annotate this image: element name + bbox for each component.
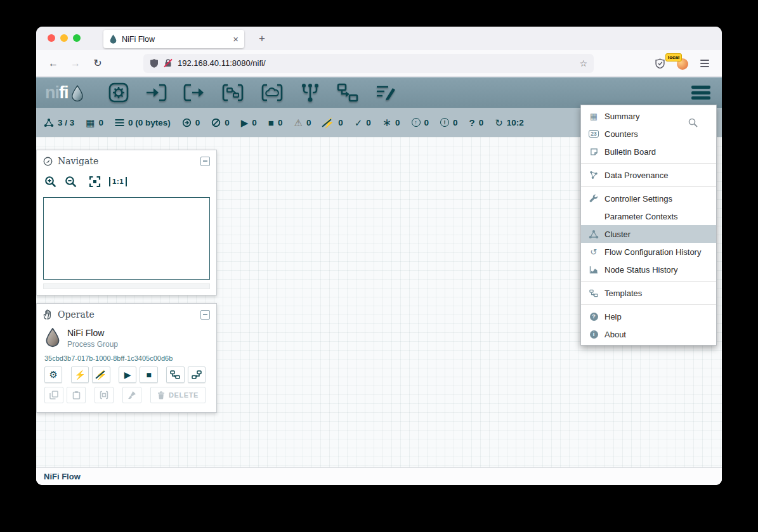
zoom-fit-button[interactable] — [89, 176, 101, 188]
menu-item-bulletin-board[interactable]: Bulletin Board — [581, 143, 716, 160]
enable-button[interactable]: ⚡ — [71, 367, 89, 383]
output-port-icon[interactable] — [183, 83, 205, 102]
menu-item-flow-configuration-history[interactable]: ↺Flow Configuration History — [581, 243, 716, 261]
refresh-icon[interactable]: ↻ — [495, 118, 503, 127]
invalid-components-status: ⚠0 — [294, 118, 311, 127]
process-group-icon[interactable] — [221, 83, 244, 102]
operate-selection: NiFi Flow Process Group — [37, 325, 216, 349]
trash-icon — [157, 391, 165, 399]
tab-close-icon[interactable]: × — [233, 34, 239, 44]
profile-avatar[interactable]: local — [675, 56, 689, 70]
gear-icon: ⚙ — [49, 369, 57, 380]
global-menu-button[interactable] — [689, 82, 713, 103]
nifi-drop-icon — [70, 85, 84, 103]
menu-item-about[interactable]: iAbout — [581, 325, 716, 343]
menu-item-templates[interactable]: Templates — [581, 284, 716, 302]
input-port-icon[interactable] — [145, 83, 167, 102]
birdseye-minimap[interactable] — [43, 197, 210, 280]
menu-divider — [581, 163, 716, 164]
invalid-components-count: 0 — [306, 118, 311, 127]
template-icon[interactable] — [337, 83, 358, 102]
nifi-favicon-icon — [109, 34, 117, 44]
forward-button[interactable]: → — [67, 55, 84, 72]
privacy-shield-icon[interactable] — [655, 58, 665, 68]
processor-icon[interactable] — [108, 82, 129, 103]
navigate-compass-icon — [43, 157, 53, 166]
locally-modified-stale-versioned-status: !0 — [440, 118, 458, 127]
new-tab-button[interactable]: + — [254, 31, 270, 46]
browser-tab[interactable]: NiFi Flow × — [103, 30, 244, 48]
menu-item-label: Data Provenance — [604, 171, 668, 180]
create-template-button[interactable] — [166, 367, 184, 383]
browser-menu-button[interactable] — [699, 55, 710, 72]
zoom-window-button[interactable] — [73, 34, 81, 42]
invalid-icon: ⚠ — [294, 118, 302, 127]
configure-button[interactable]: ⚙ — [44, 367, 62, 383]
stale-versioned-status: ↑0 — [412, 118, 429, 127]
search-icon[interactable] — [688, 118, 698, 130]
start-button[interactable]: ▶ — [119, 367, 136, 383]
bookmark-star-icon[interactable]: ☆ — [579, 58, 587, 68]
menu-item-node-status-history[interactable]: Node Status History — [581, 261, 716, 278]
operate-panel-header: Operate — [37, 304, 216, 325]
insecure-lock-icon[interactable] — [164, 58, 173, 68]
queued-status: 0 (0 bytes) — [115, 118, 171, 127]
menu-item-controller-settings[interactable]: Controller Settings — [581, 190, 716, 207]
menu-item-label: Node Status History — [604, 265, 678, 275]
play-icon: ▶ — [124, 370, 131, 380]
flash-icon: ⚡ — [74, 370, 85, 380]
global-menu: ▦Summary23CountersBulletin BoardData Pro… — [580, 105, 717, 346]
back-button[interactable]: ← — [45, 55, 62, 72]
stopped-components-status: ■0 — [268, 118, 283, 127]
funnel-icon[interactable] — [300, 82, 320, 103]
minimap-scrollbar — [43, 283, 210, 289]
cluster-icon — [587, 230, 600, 239]
locally-modified-versioned-status: ∗0 — [382, 117, 400, 128]
transmitting-icon — [182, 118, 192, 127]
active-threads-status: ▦0 — [86, 118, 103, 127]
menu-divider — [581, 304, 716, 305]
zoom-out-button[interactable] — [65, 176, 77, 188]
component-toolbar — [108, 82, 396, 103]
menu-item-help[interactable]: ?Help — [581, 308, 716, 325]
close-window-button[interactable] — [48, 34, 55, 42]
collapse-operate-button[interactable] — [200, 310, 210, 320]
menu-item-cluster[interactable]: Cluster — [581, 225, 716, 243]
upload-template-icon — [192, 370, 202, 379]
up-to-date-versioned-count: 0 — [366, 118, 371, 127]
create-template-icon — [170, 370, 180, 379]
threads-icon: ▦ — [86, 118, 95, 127]
tracking-protection-shield-icon[interactable] — [150, 58, 159, 68]
copy-button — [44, 387, 63, 403]
menu-item-label: Templates — [604, 289, 642, 298]
nifi-header: nifi — [36, 77, 722, 108]
color-button — [122, 387, 141, 403]
selection-id: 35cbd3b7-017b-1000-8bff-1c3405c00d6b — [37, 349, 216, 367]
transmitting-remote-groups-status: 0 — [182, 118, 200, 127]
reload-button[interactable]: ↻ — [89, 55, 106, 72]
about-icon: i — [587, 330, 600, 339]
zoom-actual-size-button[interactable]: 1:1 — [109, 177, 127, 186]
collapse-navigate-button[interactable] — [200, 157, 210, 166]
provenance-icon — [587, 171, 600, 179]
label-icon[interactable] — [375, 83, 396, 102]
copy-icon — [49, 391, 58, 399]
sync-failure-icon: ? — [469, 118, 475, 127]
queued-icon — [115, 119, 124, 127]
up-to-date-versioned-status: ✓0 — [355, 118, 371, 127]
menu-item-data-provenance[interactable]: Data Provenance — [581, 166, 716, 184]
refresh-status[interactable]: ↻ 10:2 — [495, 118, 524, 127]
remote-process-group-icon[interactable] — [261, 83, 284, 102]
upload-template-button[interactable] — [188, 367, 206, 383]
disable-button[interactable]: ⚡ — [92, 367, 110, 383]
operate-buttons-row-2: DELETE — [37, 387, 216, 403]
zoom-in-button[interactable] — [44, 176, 56, 188]
minimize-window-button[interactable] — [60, 34, 68, 42]
url-bar[interactable]: 192.168.40.11:8080/nifi/ ☆ — [143, 54, 594, 73]
not-transmitting-icon — [211, 118, 221, 127]
operate-panel-title: Operate — [58, 309, 95, 320]
breadcrumb[interactable]: NiFi Flow — [44, 472, 81, 481]
menu-item-label: Flow Configuration History — [604, 247, 701, 257]
menu-item-parameter-contexts[interactable]: Parameter Contexts — [581, 207, 716, 225]
stop-button[interactable]: ■ — [140, 367, 157, 383]
